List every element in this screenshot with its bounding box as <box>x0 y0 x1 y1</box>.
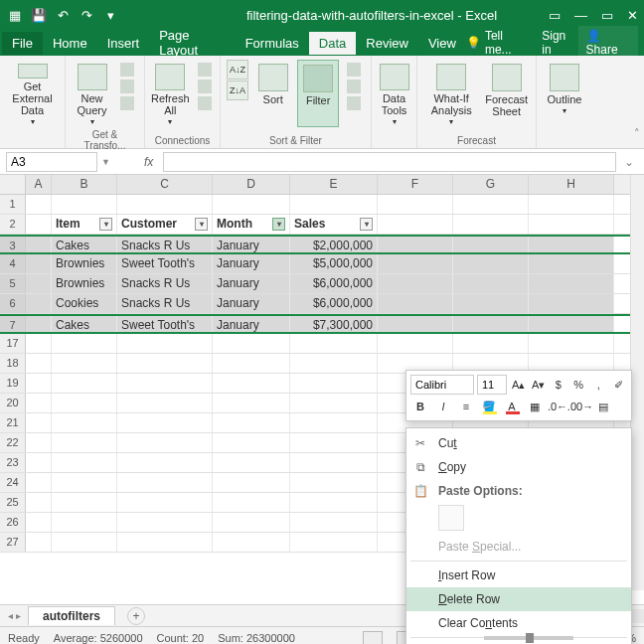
tab-review[interactable]: Review <box>356 32 418 55</box>
formula-input[interactable] <box>163 152 616 172</box>
zoom-slider[interactable] <box>484 636 573 640</box>
tab-formulas[interactable]: Formulas <box>236 32 309 55</box>
reapply-button[interactable] <box>343 79 365 94</box>
cell[interactable] <box>26 374 52 393</box>
filter-dropdown-icon[interactable]: ▾ <box>195 218 208 231</box>
tab-home[interactable]: Home <box>43 32 97 55</box>
cell[interactable]: Cakes <box>52 237 117 252</box>
tab-data[interactable]: Data <box>309 32 356 55</box>
cell[interactable] <box>26 195 52 214</box>
cell[interactable]: January <box>213 274 290 293</box>
cell[interactable] <box>52 513 117 532</box>
increase-font-icon[interactable]: A▴ <box>510 375 527 395</box>
cell[interactable] <box>529 274 614 293</box>
cell[interactable] <box>290 493 378 512</box>
save-icon[interactable]: 💾 <box>30 6 48 24</box>
cell[interactable] <box>529 215 614 234</box>
cell[interactable] <box>117 413 213 432</box>
cell[interactable]: January <box>213 294 290 313</box>
tab-view[interactable]: View <box>418 32 466 55</box>
cell[interactable] <box>52 374 117 393</box>
cell[interactable] <box>378 274 453 293</box>
vertical-scrollbar[interactable] <box>630 175 644 590</box>
cell[interactable] <box>213 493 290 512</box>
cell[interactable] <box>52 453 117 472</box>
paste-option-1[interactable] <box>438 505 464 531</box>
outline-button[interactable]: Outline▾ <box>543 60 586 127</box>
cell[interactable] <box>529 237 614 252</box>
decrease-decimal-icon[interactable]: .0← <box>548 397 567 416</box>
minimize-icon[interactable]: — <box>574 8 587 23</box>
col-F[interactable]: F <box>378 175 453 194</box>
cell[interactable] <box>213 334 290 353</box>
cell[interactable] <box>26 254 52 273</box>
cell[interactable] <box>117 195 213 214</box>
add-sheet-button[interactable]: + <box>127 607 145 625</box>
cell[interactable] <box>213 374 290 393</box>
cell[interactable] <box>117 513 213 532</box>
cell[interactable] <box>529 254 614 273</box>
row-header[interactable]: 24 <box>0 473 26 492</box>
cell[interactable] <box>26 354 52 373</box>
row-header[interactable]: 5 <box>0 274 26 293</box>
cell[interactable] <box>378 237 453 252</box>
undo-icon[interactable]: ↶ <box>54 6 72 24</box>
cell[interactable] <box>52 195 117 214</box>
cell[interactable] <box>378 195 453 214</box>
italic-icon[interactable]: I <box>433 397 453 416</box>
cell[interactable] <box>290 513 378 532</box>
cell[interactable] <box>26 274 52 293</box>
cell[interactable] <box>213 354 290 373</box>
cell[interactable]: Cookies <box>52 294 117 313</box>
cell[interactable] <box>290 374 378 393</box>
row-header[interactable]: 2 <box>0 215 26 234</box>
cell[interactable] <box>213 433 290 452</box>
cell[interactable] <box>213 513 290 532</box>
row-header[interactable]: 18 <box>0 354 26 373</box>
cell[interactable] <box>290 413 378 432</box>
redo-icon[interactable]: ↷ <box>78 6 95 24</box>
tab-insert[interactable]: Insert <box>97 32 150 55</box>
cell[interactable] <box>26 334 52 353</box>
cell[interactable] <box>213 533 290 552</box>
merge-icon[interactable]: ▤ <box>593 397 613 416</box>
ctx-copy[interactable]: ⧉Copy <box>406 455 631 479</box>
cell[interactable] <box>290 334 378 353</box>
share-button[interactable]: 👤 Share <box>578 26 638 60</box>
from-table-icon[interactable] <box>120 80 134 93</box>
ctx-format-cells[interactable]: ▦Format Cells... <box>406 640 631 644</box>
cell[interactable] <box>26 294 52 313</box>
cell[interactable] <box>52 413 117 432</box>
cell[interactable] <box>117 453 213 472</box>
row-header[interactable]: 1 <box>0 195 26 214</box>
signin[interactable]: Sign in <box>542 29 573 57</box>
cell[interactable] <box>378 316 453 332</box>
cell[interactable] <box>529 294 614 313</box>
accounting-format-icon[interactable]: $ <box>550 375 566 395</box>
borders-icon[interactable]: ▦ <box>525 397 545 416</box>
cell[interactable] <box>213 453 290 472</box>
col-A[interactable]: A <box>26 175 52 194</box>
row-header[interactable]: 21 <box>0 413 26 432</box>
cell[interactable] <box>26 316 52 332</box>
cell[interactable] <box>453 334 529 353</box>
cell[interactable] <box>529 334 614 353</box>
formula-expand-icon[interactable]: ⌄ <box>620 155 638 169</box>
cell[interactable] <box>453 215 529 234</box>
row-header[interactable]: 22 <box>0 433 26 452</box>
cell[interactable] <box>117 433 213 452</box>
row-header[interactable]: 17 <box>0 334 26 353</box>
cell[interactable] <box>378 334 453 353</box>
properties-icon[interactable] <box>198 80 212 93</box>
cell[interactable] <box>213 394 290 412</box>
ctx-delete-row[interactable]: Delete Row <box>406 587 631 611</box>
cell[interactable] <box>378 254 453 273</box>
cell[interactable]: Sweet Tooth's <box>117 254 213 273</box>
name-box[interactable] <box>6 152 97 172</box>
ribbon-options-icon[interactable]: ▭ <box>549 8 561 23</box>
increase-decimal-icon[interactable]: .00→ <box>570 397 590 416</box>
sheet-tab-autofilters[interactable]: autofilters <box>28 606 115 625</box>
sort-button[interactable]: Sort <box>252 60 293 127</box>
cell[interactable] <box>52 493 117 512</box>
cell[interactable] <box>26 513 52 532</box>
